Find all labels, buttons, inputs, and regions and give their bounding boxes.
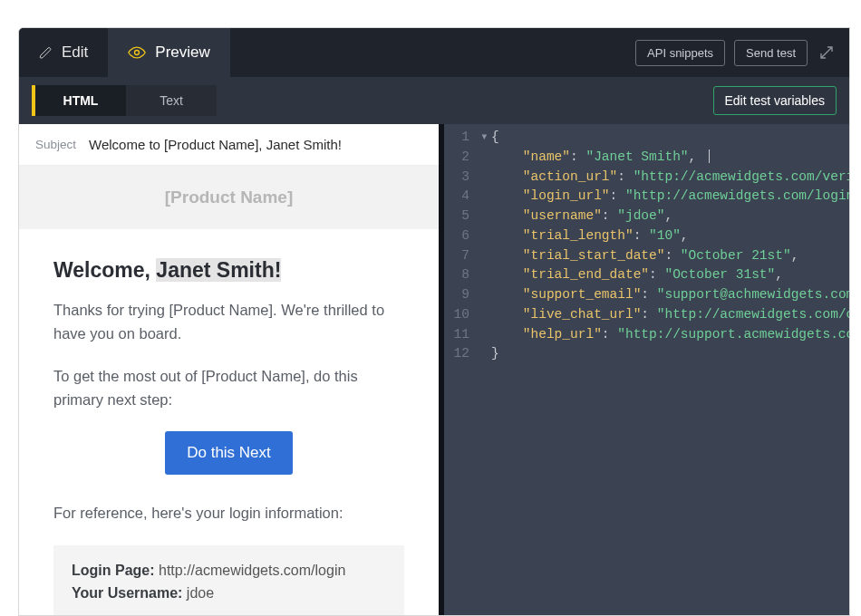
code-line[interactable]: 7 "trial_start_date": "October 21st", xyxy=(444,246,849,266)
fold-gutter xyxy=(480,226,491,246)
code-line[interactable]: 5 "username": "jdoe", xyxy=(444,207,849,226)
subject-value: Welcome to [Product Name], Janet Smith! xyxy=(89,137,342,152)
fold-gutter xyxy=(480,265,491,285)
fold-gutter xyxy=(480,285,491,305)
code-line[interactable]: 10 "live_chat_url": "http://acmewidgets.… xyxy=(444,305,849,325)
fold-gutter xyxy=(480,168,491,188)
code-content[interactable]: "name": "Janet Smith", xyxy=(491,148,849,168)
username-label: Your Username: xyxy=(72,585,182,601)
line-number: 1 xyxy=(444,128,480,148)
line-number: 6 xyxy=(444,226,480,246)
mode-tab-html[interactable]: HTML xyxy=(35,85,126,116)
sub-toolbar: HTML Text Edit test variables xyxy=(19,77,849,124)
text-cursor xyxy=(709,149,710,163)
subject-label: Subject xyxy=(35,138,76,151)
email-preview-pane: Subject Welcome to [Product Name], Janet… xyxy=(19,124,439,615)
code-content[interactable]: "support_email": "support@achmewidgets.c… xyxy=(491,285,849,305)
code-content[interactable]: "trial_length": "10", xyxy=(491,226,849,246)
line-number: 9 xyxy=(444,285,480,305)
app-window: Edit Preview API snippets Send test HTML… xyxy=(18,27,850,616)
line-number: 5 xyxy=(444,207,480,226)
fold-gutter xyxy=(480,325,491,345)
code-content[interactable]: } xyxy=(491,344,849,364)
tab-preview-label: Preview xyxy=(155,43,209,62)
line-number: 7 xyxy=(444,246,480,266)
code-line[interactable]: 2 "name": "Janet Smith", xyxy=(444,148,849,168)
tab-preview[interactable]: Preview xyxy=(108,28,229,77)
send-test-button[interactable]: Send test xyxy=(734,40,808,66)
code-line[interactable]: 11 "help_url": "http://support.acmewidge… xyxy=(444,325,849,345)
line-number: 10 xyxy=(444,305,480,325)
fold-gutter xyxy=(480,148,491,168)
svg-point-0 xyxy=(135,51,140,55)
line-number: 12 xyxy=(444,344,480,364)
code-line[interactable]: 8 "trial_end_date": "October 31st", xyxy=(444,265,849,285)
pencil-icon xyxy=(39,46,53,60)
fold-gutter xyxy=(480,246,491,266)
code-content[interactable]: "help_url": "http://support.acmewidgets.… xyxy=(491,325,849,345)
tab-edit-label: Edit xyxy=(62,43,88,62)
split-pane: Subject Welcome to [Product Name], Janet… xyxy=(19,124,849,615)
mode-tab-text[interactable]: Text xyxy=(126,85,217,116)
mode-tabs: HTML Text xyxy=(32,85,217,116)
login-info-box: Login Page: http://acmewidgets.com/login… xyxy=(53,545,404,615)
cta-button[interactable]: Do this Next xyxy=(165,431,293,475)
variables-editor[interactable]: 1▾{2 "name": "Janet Smith",3 "action_url… xyxy=(444,124,849,615)
welcome-name-highlight: Janet Smith! xyxy=(156,258,281,282)
code-content[interactable]: "trial_end_date": "October 31st", xyxy=(491,265,849,285)
code-content[interactable]: "live_chat_url": "http://acmewidgets.com… xyxy=(491,305,849,325)
line-number: 2 xyxy=(444,148,480,168)
welcome-prefix: Welcome, xyxy=(53,258,156,282)
code-line[interactable]: 9 "support_email": "support@achmewidgets… xyxy=(444,285,849,305)
code-content[interactable]: "action_url": "http://acmewidgets.com/ve… xyxy=(491,168,849,188)
template-brand-header: [Product Name] xyxy=(19,166,439,229)
code-content[interactable]: { xyxy=(491,128,849,148)
edit-test-variables-button[interactable]: Edit test variables xyxy=(713,86,837,115)
code-content[interactable]: "login_url": "http://acmewidgets.com/log… xyxy=(491,187,849,207)
code-content[interactable]: "username": "jdoe", xyxy=(491,207,849,226)
code-line[interactable]: 6 "trial_length": "10", xyxy=(444,226,849,246)
eye-icon xyxy=(128,46,146,59)
line-number: 4 xyxy=(444,187,480,207)
login-page-label: Login Page: xyxy=(72,563,155,578)
code-line[interactable]: 1▾{ xyxy=(444,128,849,148)
subject-row: Subject Welcome to [Product Name], Janet… xyxy=(19,124,439,166)
api-snippets-button[interactable]: API snippets xyxy=(635,40,725,66)
login-page-line: Login Page: http://acmewidgets.com/login xyxy=(72,560,386,582)
fold-gutter xyxy=(480,187,491,207)
preview-paragraph-2: To get the most out of [Product Name], d… xyxy=(53,365,404,411)
preview-paragraph-1: Thanks for trying [Product Name]. We're … xyxy=(53,299,404,345)
fold-gutter xyxy=(480,305,491,325)
line-number: 8 xyxy=(444,265,480,285)
top-toolbar: Edit Preview API snippets Send test xyxy=(19,28,849,77)
welcome-heading: Welcome, Janet Smith! xyxy=(53,258,404,283)
line-number: 3 xyxy=(444,168,480,188)
line-number: 11 xyxy=(444,325,480,345)
code-line[interactable]: 4 "login_url": "http://acmewidgets.com/l… xyxy=(444,187,849,207)
fold-gutter xyxy=(480,207,491,226)
username-line: Your Username: jdoe xyxy=(72,582,386,605)
fold-gutter: ▾ xyxy=(480,128,491,148)
login-page-value: http://acmewidgets.com/login xyxy=(155,563,346,578)
tab-edit[interactable]: Edit xyxy=(19,28,108,77)
code-content[interactable]: "trial_start_date": "October 21st", xyxy=(491,246,849,266)
code-line[interactable]: 12 } xyxy=(444,344,849,364)
preview-paragraph-3: For reference, here's your login informa… xyxy=(53,502,404,525)
expand-icon[interactable] xyxy=(817,43,837,63)
username-value: jdoe xyxy=(182,585,214,601)
code-line[interactable]: 3 "action_url": "http://acmewidgets.com/… xyxy=(444,168,849,188)
split-divider[interactable] xyxy=(439,124,444,615)
fold-gutter xyxy=(480,344,491,364)
email-body: Welcome, Janet Smith! Thanks for trying … xyxy=(19,229,439,615)
